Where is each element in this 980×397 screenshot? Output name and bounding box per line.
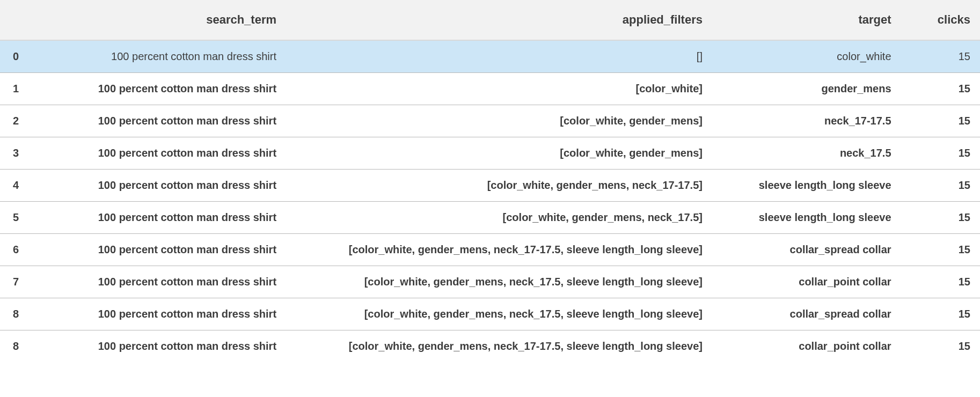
cell-clicks: 15	[901, 137, 980, 170]
cell-clicks: 15	[901, 73, 980, 105]
cell-search-term: 100 percent cotton man dress shirt	[36, 105, 286, 137]
row-index: 8	[0, 298, 36, 330]
table-row: 3100 percent cotton man dress shirt[colo…	[0, 137, 980, 170]
cell-search-term: 100 percent cotton man dress shirt	[36, 170, 286, 202]
row-index: 5	[0, 202, 36, 234]
cell-applied-filters: [color_white, gender_mens, neck_17.5, sl…	[286, 266, 712, 298]
cell-clicks: 15	[901, 298, 980, 330]
cell-clicks: 15	[901, 234, 980, 266]
table-row: 7100 percent cotton man dress shirt[colo…	[0, 266, 980, 298]
cell-search-term: 100 percent cotton man dress shirt	[36, 298, 286, 330]
table-row: 1100 percent cotton man dress shirt[colo…	[0, 73, 980, 105]
cell-search-term: 100 percent cotton man dress shirt	[36, 234, 286, 266]
table-row: 5100 percent cotton man dress shirt[colo…	[0, 202, 980, 234]
cell-target: collar_point collar	[712, 330, 901, 363]
cell-applied-filters: [color_white, gender_mens, neck_17-17.5,…	[286, 330, 712, 363]
cell-target: sleeve length_long sleeve	[712, 170, 901, 202]
row-index: 1	[0, 73, 36, 105]
cell-search-term: 100 percent cotton man dress shirt	[36, 202, 286, 234]
cell-applied-filters: []	[286, 40, 712, 73]
cell-clicks: 15	[901, 266, 980, 298]
cell-target: neck_17.5	[712, 137, 901, 170]
cell-applied-filters: [color_white, gender_mens]	[286, 105, 712, 137]
cell-search-term: 100 percent cotton man dress shirt	[36, 266, 286, 298]
column-header-target: target	[712, 0, 901, 40]
cell-clicks: 15	[901, 330, 980, 363]
row-index: 3	[0, 137, 36, 170]
cell-target: collar_point collar	[712, 266, 901, 298]
cell-clicks: 15	[901, 170, 980, 202]
cell-applied-filters: [color_white]	[286, 73, 712, 105]
table-row: 8100 percent cotton man dress shirt[colo…	[0, 298, 980, 330]
column-header-index	[0, 0, 36, 40]
cell-search-term: 100 percent cotton man dress shirt	[36, 137, 286, 170]
table-row: 6100 percent cotton man dress shirt[colo…	[0, 234, 980, 266]
cell-clicks: 15	[901, 202, 980, 234]
cell-target: collar_spread collar	[712, 234, 901, 266]
cell-applied-filters: [color_white, gender_mens, neck_17.5, sl…	[286, 298, 712, 330]
cell-search-term: 100 percent cotton man dress shirt	[36, 40, 286, 73]
cell-target: neck_17-17.5	[712, 105, 901, 137]
row-index: 6	[0, 234, 36, 266]
column-header-clicks: clicks	[901, 0, 980, 40]
cell-target: collar_spread collar	[712, 298, 901, 330]
cell-search-term: 100 percent cotton man dress shirt	[36, 330, 286, 363]
column-header-applied-filters: applied_filters	[286, 0, 712, 40]
table-row: 0100 percent cotton man dress shirt[]col…	[0, 40, 980, 73]
row-index: 2	[0, 105, 36, 137]
cell-applied-filters: [color_white, gender_mens, neck_17-17.5]	[286, 170, 712, 202]
data-table: search_term applied_filters target click…	[0, 0, 980, 362]
cell-applied-filters: [color_white, gender_mens, neck_17-17.5,…	[286, 234, 712, 266]
table-row: 2100 percent cotton man dress shirt[colo…	[0, 105, 980, 137]
cell-clicks: 15	[901, 105, 980, 137]
row-index: 4	[0, 170, 36, 202]
cell-applied-filters: [color_white, gender_mens]	[286, 137, 712, 170]
table-body: 0100 percent cotton man dress shirt[]col…	[0, 40, 980, 362]
cell-clicks: 15	[901, 40, 980, 73]
cell-target: color_white	[712, 40, 901, 73]
row-index: 7	[0, 266, 36, 298]
row-index: 0	[0, 40, 36, 73]
table-row: 8100 percent cotton man dress shirt[colo…	[0, 330, 980, 363]
cell-search-term: 100 percent cotton man dress shirt	[36, 73, 286, 105]
cell-applied-filters: [color_white, gender_mens, neck_17.5]	[286, 202, 712, 234]
row-index: 8	[0, 330, 36, 363]
table-header-row: search_term applied_filters target click…	[0, 0, 980, 40]
cell-target: sleeve length_long sleeve	[712, 202, 901, 234]
table-row: 4100 percent cotton man dress shirt[colo…	[0, 170, 980, 202]
cell-target: gender_mens	[712, 73, 901, 105]
column-header-search-term: search_term	[36, 0, 286, 40]
